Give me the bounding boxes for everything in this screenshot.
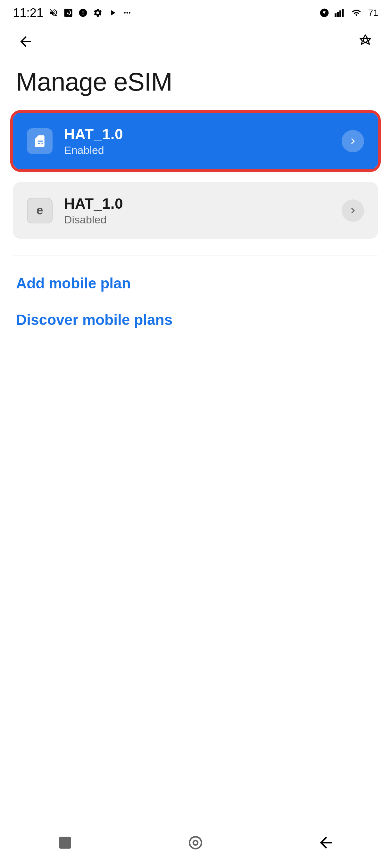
status-icons [48,7,133,19]
svg-rect-0 [335,13,337,17]
top-nav [0,26,391,58]
svg-marker-7 [360,35,370,44]
esim-active-status: Enabled [64,144,123,156]
battery-level: 71 [368,8,378,18]
esim-active-name: HAT_1.0 [64,125,123,143]
settings-button[interactable] [356,32,375,51]
page-title: Manage eSIM [16,67,375,97]
svg-point-11 [193,840,198,845]
action-links: Add mobile plan Discover mobile plans [13,275,378,329]
status-time: 11:21 [13,6,43,20]
discover-mobile-plans-link[interactable]: Discover mobile plans [16,311,375,329]
signal-icon [335,7,346,19]
esim-disabled-status: Disabled [64,214,123,226]
chevron-right-disabled-icon [342,199,364,222]
svg-rect-3 [342,9,344,17]
mute-icon [48,7,59,19]
bottom-nav [0,817,391,868]
esim-icon-active [27,128,53,154]
svg-point-8 [363,38,368,42]
svg-rect-2 [339,10,341,17]
status-bar: 11:21 [0,0,391,26]
status-bar-left: 11:21 [13,6,133,20]
svg-point-10 [189,837,201,848]
back-button[interactable] [16,32,35,51]
recents-button[interactable] [49,827,81,859]
more-icon [121,7,133,19]
home-button[interactable] [179,827,212,859]
gear-small-icon [92,7,104,19]
alert-icon [77,7,89,19]
esim-card-active-left: HAT_1.0 Enabled [27,125,123,156]
esim-letter-disabled: e [36,204,43,217]
page-title-container: Manage eSIM [0,58,391,113]
status-bar-right: 71 [318,7,378,19]
esim-info-disabled: HAT_1.0 Disabled [64,195,123,226]
esim-info-active: HAT_1.0 Enabled [64,125,123,156]
esim-card-disabled[interactable]: e HAT_1.0 Disabled [13,182,378,239]
svg-rect-9 [59,837,71,848]
nfc-icon [62,7,74,19]
battery-icon: 71 [367,7,378,19]
divider [13,255,378,255]
esim-card-disabled-left: e HAT_1.0 Disabled [27,195,123,226]
chevron-right-active-icon [342,130,364,152]
wifi-icon [351,7,362,19]
esim-card-active[interactable]: HAT_1.0 Enabled [13,113,378,169]
content-area: HAT_1.0 Enabled e HAT_1.0 Disabled Add m… [0,113,391,329]
esim-icon-disabled: e [27,198,53,223]
add-mobile-plan-link[interactable]: Add mobile plan [16,275,375,292]
esim-disabled-name: HAT_1.0 [64,195,123,212]
back-nav-button[interactable] [310,827,342,859]
registered-icon [318,7,330,19]
svg-rect-1 [337,12,339,17]
play-icon [107,7,118,19]
